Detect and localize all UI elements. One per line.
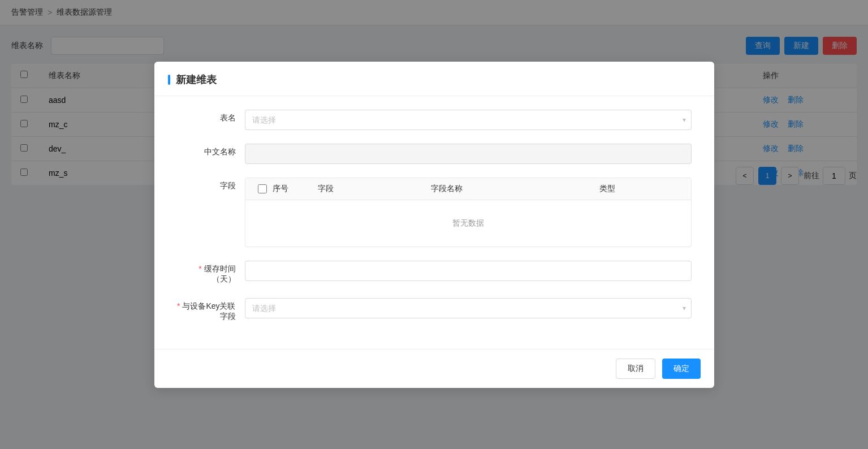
label-cache-time: 缓存时间（天） <box>177 261 245 284</box>
col-field: 字段 <box>318 184 431 194</box>
device-key-select[interactable]: 请选择 <box>245 298 692 318</box>
chinese-name-input[interactable] <box>245 144 692 164</box>
confirm-button[interactable]: 确定 <box>662 359 701 379</box>
col-type: 类型 <box>599 184 684 194</box>
modal-header: 新建维表 <box>154 62 714 96</box>
fields-table: 序号 字段 字段名称 类型 暂无数据 <box>245 178 692 247</box>
col-seq: 序号 <box>273 184 318 194</box>
control-cache-time <box>245 261 692 281</box>
fields-table-header: 序号 字段 字段名称 类型 <box>245 178 691 200</box>
fields-empty-text: 暂无数据 <box>245 200 691 247</box>
fields-header-checkbox[interactable] <box>258 184 267 193</box>
form-row-chinese-name: 中文名称 <box>177 144 692 164</box>
cancel-button[interactable]: 取消 <box>616 359 655 379</box>
label-fields: 字段 <box>177 178 245 191</box>
modal-title: 新建维表 <box>176 73 217 87</box>
control-table-name: 请选择 ▾ <box>245 110 692 130</box>
table-name-select-wrapper: 请选择 ▾ <box>245 110 692 130</box>
label-device-key: 与设备Key关联字段 <box>177 298 245 322</box>
create-modal: 新建维表 表名 请选择 ▾ 中文名称 <box>154 62 714 388</box>
modal-footer: 取消 确定 <box>154 349 714 388</box>
control-fields: 序号 字段 字段名称 类型 暂无数据 <box>245 178 692 247</box>
modal-overlay: 新建维表 表名 请选择 ▾ 中文名称 <box>0 0 868 449</box>
device-key-select-wrapper: 请选择 ▾ <box>245 298 692 318</box>
control-chinese-name <box>245 144 692 164</box>
form-row-fields: 字段 序号 字段 字段名称 类型 暂无数据 <box>177 178 692 247</box>
col-field-name: 字段名称 <box>431 184 599 194</box>
table-name-select[interactable]: 请选择 <box>245 110 692 130</box>
control-device-key: 请选择 ▾ <box>245 298 692 318</box>
modal-title-bar <box>168 75 170 85</box>
form-row-table-name: 表名 请选择 ▾ <box>177 110 692 130</box>
modal-body: 表名 请选择 ▾ 中文名称 字段 <box>154 96 714 349</box>
cache-time-input[interactable] <box>245 261 692 281</box>
header-checkbox-col <box>252 184 273 194</box>
label-table-name: 表名 <box>177 110 245 123</box>
form-row-device-key: 与设备Key关联字段 请选择 ▾ <box>177 298 692 322</box>
label-chinese-name: 中文名称 <box>177 144 245 157</box>
form-row-cache-time: 缓存时间（天） <box>177 261 692 284</box>
